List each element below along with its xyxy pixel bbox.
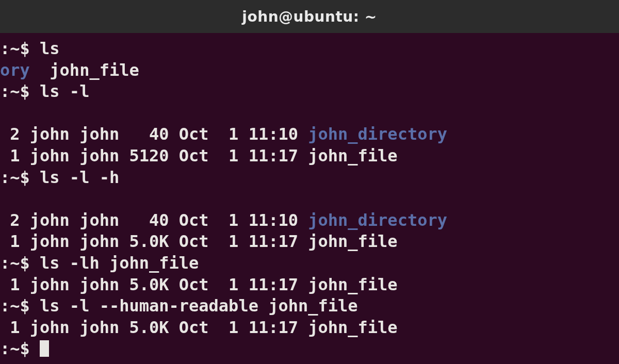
directory-name: john_directory xyxy=(308,210,447,230)
terminal-line: 2 john john 40 Oct 1 11:10 john_director… xyxy=(0,124,619,145)
terminal-line: :~$ ls xyxy=(0,38,619,60)
terminal-line: 2 john john 40 Oct 1 11:10 john_director… xyxy=(0,210,619,231)
terminal-line xyxy=(0,188,619,210)
terminal-line: :~$ ls -l -h xyxy=(0,167,619,189)
terminal-text: :~$ ls -lh john_file xyxy=(0,253,199,273)
terminal-text xyxy=(0,103,10,123)
directory-name: john_directory xyxy=(308,124,447,144)
terminal-line: 1 john john 5.0K Oct 1 11:17 john_file xyxy=(0,317,619,339)
cursor xyxy=(40,340,49,357)
terminal-line: :~$ ls -l xyxy=(0,81,619,103)
terminal-line: :~$ ls -lh john_file xyxy=(0,253,619,274)
directory-name: ory xyxy=(0,60,30,80)
terminal-line: :~$ ls -l --human-readable john_file xyxy=(0,295,619,317)
terminal-text: :~$ ls -l xyxy=(0,81,89,101)
terminal-text: john_file xyxy=(30,60,139,80)
terminal-text: :~$ ls xyxy=(0,39,60,58)
terminal-line: 1 john john 5.0K Oct 1 11:17 john_file xyxy=(0,274,619,296)
window-title: john@ubuntu: ~ xyxy=(242,8,377,25)
terminal-text: :~$ ls -l -h xyxy=(0,168,119,187)
terminal-output[interactable]: :~$ lsory john_file:~$ ls -l 2 john john… xyxy=(0,33,619,364)
terminal-line xyxy=(0,103,619,124)
terminal-text: 2 john john 40 Oct 1 11:10 xyxy=(0,210,308,230)
terminal-line: ory john_file xyxy=(0,60,619,81)
terminal-text: 2 john john 40 Oct 1 11:10 xyxy=(0,124,308,144)
terminal-text: :~$ xyxy=(0,339,40,358)
terminal-text: 1 john john 5.0K Oct 1 11:17 john_file xyxy=(0,318,398,337)
terminal-line: :~$ xyxy=(0,338,619,360)
terminal-line: 1 john john 5120 Oct 1 11:17 john_file xyxy=(0,145,619,167)
terminal-text: 1 john john 5.0K Oct 1 11:17 john_file xyxy=(0,275,398,294)
terminal-text: :~$ ls -l --human-readable john_file xyxy=(0,296,358,316)
terminal-line: 1 john john 5.0K Oct 1 11:17 john_file xyxy=(0,231,619,253)
terminal-text: 1 john john 5120 Oct 1 11:17 john_file xyxy=(0,146,398,166)
terminal-text xyxy=(0,189,10,208)
window-titlebar: john@ubuntu: ~ xyxy=(0,0,619,33)
terminal-text: 1 john john 5.0K Oct 1 11:17 john_file xyxy=(0,231,398,251)
